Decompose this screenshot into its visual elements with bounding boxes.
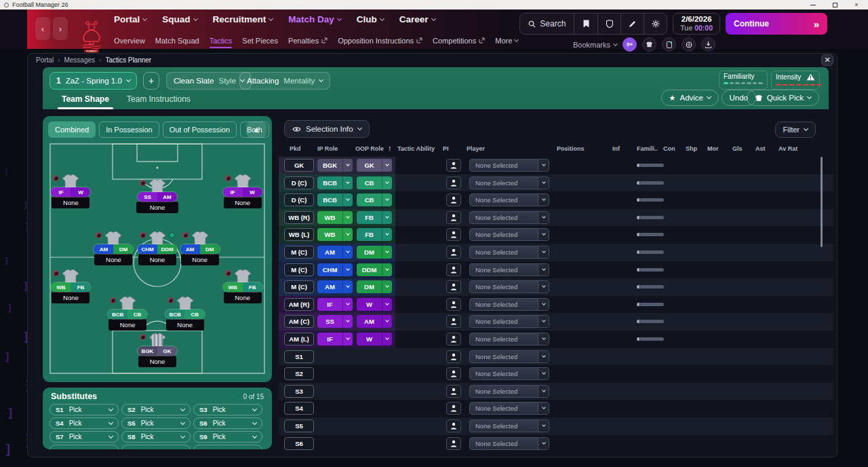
player-select-dropdown[interactable]: None Selected	[469, 350, 549, 363]
position-button[interactable]: AM (R)	[284, 298, 314, 311]
player-instructions-button[interactable]	[446, 211, 461, 224]
player-select-dropdown[interactable]: None Selected	[469, 315, 549, 328]
gear-icon[interactable]	[644, 14, 667, 34]
oop-role-dropdown[interactable]: GK	[357, 159, 392, 172]
ip-role-dropdown[interactable]: BCB	[317, 176, 353, 189]
shirt-icon[interactable]	[642, 37, 656, 52]
position-button[interactable]: D (C)	[284, 193, 314, 206]
player-instructions-button[interactable]	[446, 437, 461, 450]
player-select-dropdown[interactable]: None Selected	[469, 176, 549, 189]
player-select-dropdown[interactable]: None Selected	[469, 263, 549, 276]
player-name[interactable]: None	[52, 197, 90, 208]
player-instructions-button[interactable]	[446, 228, 461, 241]
oop-role-dropdown[interactable]: DM	[357, 280, 392, 293]
position-button[interactable]: S4	[284, 402, 314, 415]
column-header-ip-role[interactable]: IP Role	[317, 145, 338, 152]
subnav-item-competitions[interactable]: Competitions	[433, 37, 485, 47]
player-instructions-button[interactable]	[446, 385, 461, 398]
subnav-item-set-pieces[interactable]: Set Pieces	[242, 37, 278, 47]
column-header-gls[interactable]: Gls	[732, 145, 743, 152]
player-instructions-button[interactable]	[446, 350, 461, 363]
column-header-av-rat[interactable]: Av Rat	[778, 145, 797, 152]
crest-icon[interactable]	[682, 37, 696, 52]
nav-item-match-day[interactable]: Match Day	[288, 14, 341, 24]
continue-button[interactable]: Continue »	[726, 13, 827, 35]
substitute-slot-s9[interactable]: S9Pick	[193, 431, 262, 443]
oop-role-dropdown[interactable]: DDM	[357, 263, 392, 276]
position-button[interactable]: WB (L)	[284, 228, 314, 241]
player-instructions-button[interactable]	[446, 367, 461, 380]
player-instructions-button[interactable]	[446, 176, 461, 189]
position-button[interactable]: WB (R)	[284, 211, 314, 224]
ip-role-dropdown[interactable]: IF	[317, 298, 353, 311]
oop-role-dropdown[interactable]: FB	[357, 211, 392, 224]
close-icon[interactable]: ✕	[821, 54, 833, 66]
oop-role-dropdown[interactable]: AM	[357, 315, 392, 328]
pencil-icon[interactable]	[620, 14, 644, 34]
position-button[interactable]: S5	[284, 419, 314, 432]
ip-role-dropdown[interactable]: CHM	[317, 263, 353, 276]
player-name[interactable]: None	[52, 292, 90, 303]
player-role-badge[interactable]: AMDM	[180, 244, 220, 255]
column-header-inf[interactable]: Inf	[612, 145, 620, 152]
substitute-slot-s6[interactable]: S6Pick	[193, 417, 262, 429]
breadcrumb-item-portal[interactable]: Portal	[36, 56, 54, 64]
bookmarks-dropdown[interactable]: Bookmarks	[573, 41, 617, 49]
player-select-dropdown[interactable]: None Selected	[469, 246, 549, 259]
player-name[interactable]: None	[224, 197, 262, 208]
pitch-player-am-r[interactable]: IFWNone	[212, 174, 273, 208]
substitute-slot-s4[interactable]: S4Pick	[50, 417, 119, 429]
search-button[interactable]: Search	[520, 14, 574, 34]
position-button[interactable]: S6	[284, 437, 314, 450]
back-button[interactable]: ‹	[35, 17, 50, 40]
tab-team-shape[interactable]: Team Shape	[62, 89, 109, 109]
advice-button[interactable]: ★ Advice	[661, 90, 719, 106]
subnav-item-opposition-instructions[interactable]: Opposition Instructions	[338, 37, 422, 47]
player-role-badge[interactable]: WBFB	[222, 282, 263, 293]
quick-pick-button[interactable]: Quick Pick	[747, 90, 819, 106]
player-name[interactable]: None	[138, 356, 176, 367]
breadcrumb-item-messages[interactable]: Messages	[64, 56, 95, 64]
pitch-player-wb-r[interactable]: WBFBNone	[212, 269, 273, 303]
player-instructions-button[interactable]	[446, 419, 461, 432]
position-button[interactable]: S2	[284, 367, 314, 380]
column-header-tactic-ability[interactable]: Tactic Ability	[397, 145, 435, 152]
player-select-dropdown[interactable]: None Selected	[469, 298, 549, 311]
substitute-slot-s2[interactable]: S2Pick	[121, 404, 191, 415]
player-select-dropdown[interactable]: None Selected	[469, 419, 549, 432]
ip-role-dropdown[interactable]: SS	[317, 315, 353, 328]
nav-item-career[interactable]: Career	[399, 14, 435, 24]
position-button[interactable]: AM (L)	[284, 333, 314, 345]
subnav-item-penalties[interactable]: Penalties	[288, 37, 328, 47]
player-select-dropdown[interactable]: None Selected	[469, 228, 549, 241]
column-header-shp[interactable]: Shp	[686, 145, 697, 152]
ip-role-dropdown[interactable]: AM	[317, 280, 353, 293]
player-name[interactable]: None	[166, 319, 204, 331]
player-name[interactable]: None	[224, 292, 262, 303]
filter-dropdown[interactable]: Filter	[775, 122, 816, 138]
position-button[interactable]: GK	[284, 159, 314, 172]
sort-ascending-icon[interactable]: ↑	[388, 144, 392, 152]
column-header-positions[interactable]: Positions	[557, 145, 585, 152]
position-button[interactable]: S3	[284, 385, 314, 398]
game-date[interactable]: 2/6/2026 Tue 00:00	[673, 13, 720, 35]
player-instructions-button[interactable]	[446, 159, 461, 172]
column-header-pi[interactable]: PI	[443, 145, 449, 152]
subnav-item-tactics[interactable]: Tactics	[210, 37, 233, 47]
nav-item-recruitment[interactable]: Recruitment	[213, 14, 273, 24]
column-header-ast[interactable]: Ast	[755, 145, 766, 152]
collapse-panel-button[interactable]: «	[246, 122, 267, 138]
position-button[interactable]: D (C)	[284, 176, 314, 189]
oop-role-dropdown[interactable]: CB	[357, 176, 392, 189]
player-name[interactable]: None	[181, 254, 219, 265]
substitute-slot-s1[interactable]: S1Pick	[50, 404, 119, 415]
position-button[interactable]: AM (C)	[284, 315, 314, 328]
nav-item-portal[interactable]: Portal	[114, 14, 146, 24]
oop-role-dropdown[interactable]: W	[357, 298, 392, 311]
minimize-button[interactable]	[810, 1, 816, 8]
substitute-slot-s7[interactable]: S7Pick	[50, 431, 119, 443]
card-icon[interactable]	[662, 37, 676, 52]
close-window-button[interactable]: ×	[853, 1, 860, 8]
position-button[interactable]: M (C)	[284, 280, 314, 293]
player-instructions-button[interactable]	[446, 402, 461, 415]
